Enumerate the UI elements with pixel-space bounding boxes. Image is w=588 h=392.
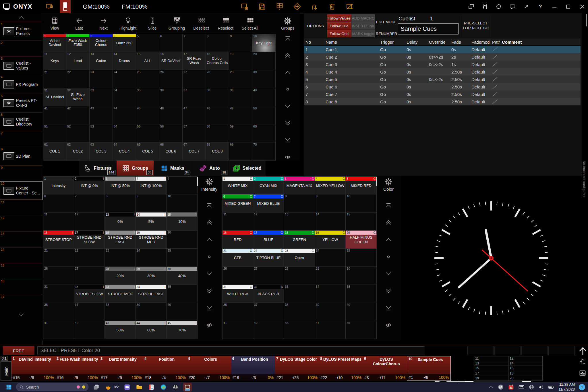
column-header-comment[interactable]: Comment [500,40,523,45]
toolbar-select-all-button[interactable]: Select All [238,13,262,34]
group-cell-66[interactable]: 66COL 6 [159,142,183,161]
sidebar-item-5[interactable]: 5Presets PT-C-B-G [0,94,42,112]
playback-strip-9[interactable]: 9DyLOS ColourChorus#3-/11100% [363,356,407,381]
intensity-preset-cell-10[interactable]: 10 [167,194,198,213]
intensity-preset-cell-37[interactable]: 37 [74,303,105,321]
group-cell-13[interactable]: 13Guitar [90,52,113,70]
sidebar-item-14[interactable]: 14 [0,247,42,263]
scroll-up-icon[interactable] [284,69,291,76]
group-cell-15[interactable]: 15ALL [136,52,159,70]
color-preset-cell-5[interactable]: 5CMIXED RED [346,176,377,194]
delete-icon[interactable] [328,3,336,11]
color-preset-cell-6[interactable]: 6CMIXED GREEN [222,194,253,213]
playback-strip-6[interactable]: 6Band Position#19-/30% [231,356,275,381]
intensity-preset-cell-39[interactable]: 39 [136,303,167,321]
intensity-preset-cell-45[interactable]: 45I70% [167,321,198,339]
group-cell-57[interactable]: 57 [183,124,206,142]
fader-panel-icon[interactable] [579,369,586,377]
empty-playback-slot-16[interactable]: 16 [508,366,543,371]
color-preset-cell-1[interactable]: 1CWHITE MIX [222,176,253,194]
page-down-icon[interactable] [385,287,392,294]
sidebar-scroll-down[interactable] [0,310,42,319]
sidebar-item-12[interactable]: 12 [0,216,42,231]
intensity-preset-cell-8[interactable]: 8 [105,194,136,213]
page-down-icon[interactable] [206,287,213,294]
group-cell-44[interactable]: 44 [113,106,136,124]
scrollbar-thumb[interactable] [586,14,587,26]
page-up-icon[interactable] [206,219,213,226]
intensity-preset-cell-22[interactable]: 22 [74,249,105,267]
group-cell-10[interactable]: 10Key Light [252,34,276,52]
group-cell-3[interactable]: 3Colour Chorus [90,34,113,52]
group-cell-46[interactable]: 46 [159,106,183,124]
battery-icon[interactable] [548,384,554,390]
taskbar-clock[interactable]: 11:38 AM 11/7/2023 [558,382,575,392]
group-cell-68[interactable]: 68COL 8 [206,142,229,161]
minimize-icon[interactable] [551,3,558,10]
cue-row-1[interactable]: 1Cue 1Go0s0sDefault [304,46,581,53]
group-cell-14[interactable]: 14Drums [113,52,136,70]
intensity-preset-cell-41[interactable]: 41 [43,321,74,339]
intensity-preset-cell-2[interactable]: 2IINT @ 0% [74,176,105,194]
expand-icon[interactable] [523,3,529,10]
page-up-icon[interactable] [284,52,291,59]
command-line-input[interactable]: SELECT PRESET Color 20 [37,346,424,355]
group-cell-20[interactable]: 20 [252,52,276,70]
group-cell-26[interactable]: 26 [159,70,183,88]
help-icon[interactable]: ? [537,3,544,10]
group-cell-42[interactable]: 42 [66,106,90,124]
color-preset-cell-30[interactable]: 30 [346,267,377,285]
color-preset-cell-16[interactable]: 16CRED [222,231,253,249]
intensity-preset-cell-32[interactable]: 32ISTROBE SLOW [74,285,105,303]
sidebar-item-6[interactable]: 6Cuelist Directory [0,112,42,131]
group-cell-55[interactable]: 55 [136,124,159,142]
scroll-up-icon[interactable] [385,236,392,243]
sidebar-item-16[interactable]: 16 [0,279,42,295]
page-up-icon[interactable] [385,219,392,226]
scroll-to-bottom-icon[interactable] [284,137,291,144]
cuelist-options-button[interactable]: OPTIONS [305,14,326,37]
playback-strip-10[interactable]: 10Sample Cues#1-/8100% [407,356,451,381]
group-cell-40[interactable]: 40 [252,88,276,106]
intensity-preset-cell-30[interactable]: 30I40% [167,267,198,285]
group-cell-31[interactable]: 31SL DaVinci [43,88,66,106]
taskbar-app-spiral[interactable] [171,383,180,391]
toolbar-next-button[interactable]: Next [91,13,116,34]
playback-strip-2[interactable]: 2Fuze Wash Intensity#16-/6100% [55,356,99,381]
move-icon[interactable] [293,3,301,11]
sidebar-item-15[interactable]: 15 [0,263,42,279]
intensity-preset-cell-15[interactable]: 15I10% [167,213,198,231]
group-cell-34[interactable]: 34 [113,88,136,106]
clear-icon[interactable] [346,3,354,11]
color-preset-cell-25[interactable]: 25 [346,249,377,267]
faders-icon[interactable] [482,3,488,10]
edit-mode-button[interactable]: EDIT MODE [375,14,398,30]
group-cell-56[interactable]: 56 [159,124,183,142]
spinner-icon[interactable] [496,3,502,10]
playback-strip-3[interactable]: 3Dartz Intensity#17-/6100% [99,356,143,381]
tab-groups[interactable]: Groups35 [117,161,154,176]
intensity-preset-cell-26[interactable]: 26 [43,267,74,285]
color-preset-cell-42[interactable]: 42 [253,321,284,339]
color-preset-cell-34[interactable]: 34 [315,285,346,303]
intensity-preset-cell-43[interactable]: 43I50% [105,321,136,339]
group-cell-2[interactable]: 2Fuze Wash Z350 [66,34,90,52]
speaker-icon[interactable] [538,384,544,390]
intensity-preset-cell-16[interactable]: 16ISTROBE STOP [43,231,74,249]
group-cell-48[interactable]: 48 [206,106,229,124]
color-preset-cell-32[interactable]: 32CBLACK RGB [253,285,284,303]
macro-button-2[interactable]: MARK toggle [351,30,375,37]
lock-display-icon[interactable] [43,0,56,13]
grandmaster-fader-button[interactable] [60,0,71,13]
color-preset-cell-21[interactable]: 21CCTB [222,249,253,267]
intensity-preset-cell-18[interactable]: 18ISTROBE RND FAST [105,231,136,249]
scroll-down-icon[interactable] [206,270,213,277]
intensity-preset-cell-3[interactable]: 3IINT @ 50% [105,176,136,194]
color-preset-cell-33[interactable]: 33 [284,285,315,303]
intensity-preset-cell-6[interactable]: 6 [43,194,74,213]
column-header-delay[interactable]: Delay [405,40,427,45]
color-preset-cell-3[interactable]: 3CMAGENTA MIX [284,176,315,194]
cue-row-7[interactable]: 7Cue 7Go0s2.50sDefault [304,90,581,98]
column-header-name[interactable]: Name [324,40,378,45]
group-cell-30[interactable]: 30 [252,70,276,88]
